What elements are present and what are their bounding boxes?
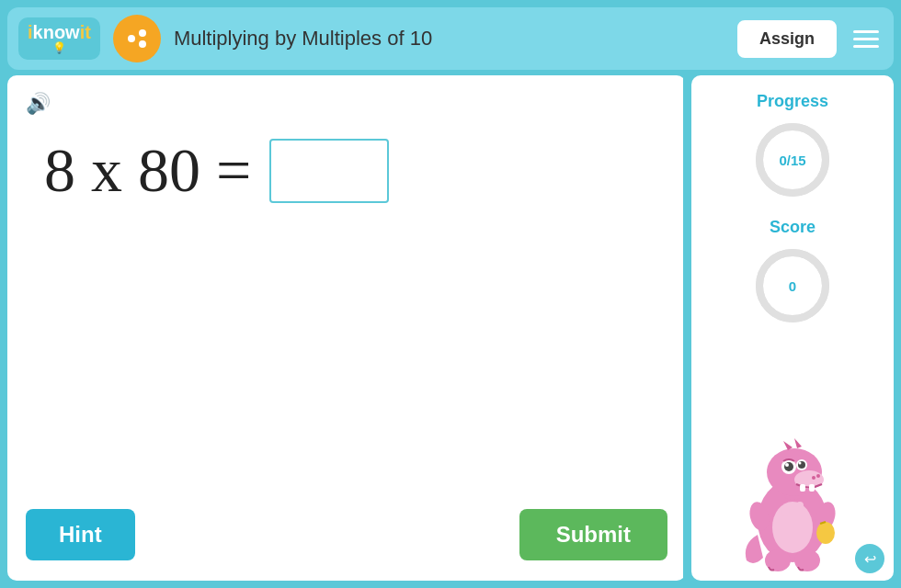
svg-point-20 <box>781 507 790 516</box>
progress-circle: 0/15 <box>751 119 834 201</box>
lesson-icon <box>113 15 161 62</box>
answer-input[interactable] <box>269 139 389 203</box>
score-circle: 0 <box>751 244 834 327</box>
svg-rect-13 <box>809 484 815 492</box>
header: iknowit 💡 Multiplying by Multiples of 10… <box>7 7 894 70</box>
logo-bulb-icon: 💡 <box>28 41 91 54</box>
svg-point-2 <box>139 40 146 48</box>
svg-point-1 <box>139 29 146 37</box>
svg-point-31 <box>816 474 820 478</box>
sound-button[interactable]: 🔊 <box>26 92 667 116</box>
back-arrow-icon: ↩ <box>864 550 876 568</box>
svg-point-19 <box>799 462 802 465</box>
svg-point-28 <box>816 522 835 544</box>
hamburger-line-1 <box>853 30 879 33</box>
assign-button[interactable]: Assign <box>737 20 837 58</box>
svg-point-16 <box>785 463 789 467</box>
mascot-area <box>704 344 881 571</box>
dinosaur-mascot <box>737 424 848 571</box>
svg-point-21 <box>796 502 804 509</box>
question-panel: 🔊 8 x 80 = Hint Submit <box>7 75 686 581</box>
divider <box>683 75 686 581</box>
hamburger-line-2 <box>853 38 879 40</box>
score-value: 0 <box>789 278 796 294</box>
bottom-buttons: Hint Submit <box>26 509 667 564</box>
logo-text: iknowit <box>28 23 91 41</box>
question-area: 8 x 80 = <box>26 125 667 216</box>
hamburger-line-3 <box>853 45 879 48</box>
app-wrapper: iknowit 💡 Multiplying by Multiples of 10… <box>0 0 901 588</box>
dots-icon <box>124 26 150 51</box>
svg-point-8 <box>772 502 813 553</box>
logo: iknowit 💡 <box>18 17 100 60</box>
main-content: 🔊 8 x 80 = Hint Submit Progress 0/15 <box>7 75 894 581</box>
progress-label: Progress <box>757 92 828 111</box>
back-button[interactable]: ↩ <box>855 544 884 573</box>
score-label: Score <box>770 218 815 237</box>
svg-point-15 <box>784 462 793 471</box>
progress-value: 0/15 <box>779 153 805 168</box>
hint-button[interactable]: Hint <box>26 509 135 560</box>
svg-marker-27 <box>794 438 802 448</box>
menu-button[interactable] <box>850 27 883 51</box>
submit-button[interactable]: Submit <box>519 509 667 560</box>
stats-panel: Progress 0/15 Score 0 <box>691 75 894 581</box>
lesson-title: Multiplying by Multiples of 10 <box>174 27 724 51</box>
svg-point-30 <box>812 476 815 480</box>
svg-point-0 <box>128 35 135 42</box>
svg-rect-12 <box>800 484 805 492</box>
question-expression: 8 x 80 = <box>44 134 251 207</box>
